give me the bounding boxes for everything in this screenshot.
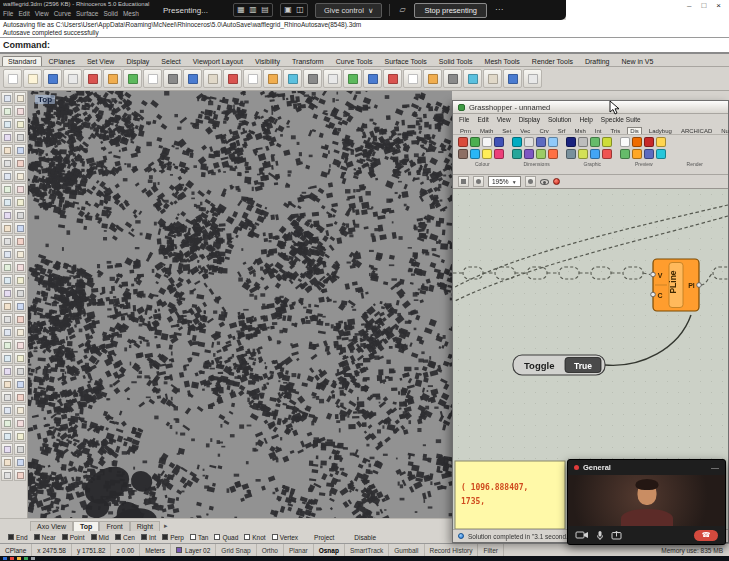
toolbar-icon[interactable] [203,69,222,88]
osnap-checkbox-quad[interactable] [214,534,220,540]
sidebar-tool-icon[interactable] [1,378,13,390]
menu-mesh[interactable]: Mesh [123,10,139,17]
gh-menu-edit[interactable]: Edit [477,116,488,123]
toolbar-tab-solid-tools[interactable]: Solid Tools [433,56,479,66]
toolbar-tab-cplanes[interactable]: CPlanes [42,56,80,66]
component-icon[interactable] [578,137,588,147]
component-icon[interactable] [536,137,546,147]
gh-tab-ladybug[interactable]: Ladybug [647,128,674,134]
status-toggle-ortho[interactable]: Ortho [257,544,284,556]
component-icon[interactable] [620,149,630,159]
sidebar-tool-icon[interactable] [14,235,26,247]
toolbar-icon[interactable] [223,69,242,88]
sidebar-tool-icon[interactable] [14,248,26,260]
component-icon[interactable] [548,137,558,147]
component-icon[interactable] [578,149,588,159]
osnap-checkbox-perp[interactable] [162,534,168,540]
sidebar-tool-icon[interactable] [1,469,13,481]
more-options-icon[interactable]: ⋯ [494,5,504,15]
teams-call-window[interactable]: General — ☎ [567,459,726,545]
viewport-tab-front[interactable]: Front [99,521,129,531]
sidebar-tool-icon[interactable] [14,261,26,273]
sidebar-tool-icon[interactable] [1,105,13,117]
layout-columns-icon[interactable]: ▥ [248,5,258,15]
toolbar-icon[interactable] [83,69,102,88]
cplane-button[interactable]: CPlane [0,544,32,556]
taskbar-app-icon[interactable] [10,557,14,560]
status-toggle-smarttrack[interactable]: SmartTrack [345,544,389,556]
osnap-disable-button[interactable]: Disable [350,534,380,541]
sidebar-tool-icon[interactable] [14,352,26,364]
viewport-tab-axo-view[interactable]: Axo View [30,521,73,531]
component-icon[interactable] [644,137,654,147]
component-icon[interactable] [644,149,654,159]
camera-layout-icon[interactable]: ▣ [283,5,293,15]
toolbar-icon[interactable] [383,69,402,88]
sidebar-tool-icon[interactable] [14,443,26,455]
viewport-top[interactable]: Top [28,91,452,518]
toolbar-icon[interactable] [403,69,422,88]
sidebar-tool-icon[interactable] [14,313,26,325]
sidebar-tool-icon[interactable] [1,157,13,169]
osnap-int[interactable]: Int [141,534,156,541]
osnap-checkbox-near[interactable] [34,534,40,540]
sidebar-tool-icon[interactable] [14,378,26,390]
minimize-button[interactable]: – [687,2,691,10]
camera-toggle-button[interactable] [575,530,589,540]
menu-curve[interactable]: Curve [54,10,71,17]
component-icon[interactable] [548,149,558,159]
menu-view[interactable]: View [35,10,49,17]
gh-tab-nursery[interactable]: Nursery [719,128,729,134]
sidebar-tool-icon[interactable] [1,417,13,429]
sidebar-tool-icon[interactable] [14,339,26,351]
toolbar-icon[interactable] [363,69,382,88]
sidebar-tool-icon[interactable] [14,287,26,299]
give-control-button[interactable]: Give control ∨ [315,3,383,18]
gh-tab-dis[interactable]: Dis [627,127,642,134]
toolbar-icon[interactable] [23,69,42,88]
render-preview-icon[interactable] [553,178,560,185]
sidebar-tool-icon[interactable] [1,222,13,234]
sidebar-tool-icon[interactable] [1,365,13,377]
gh-tab-tris[interactable]: Tris [608,128,622,134]
component-icon[interactable] [458,137,468,147]
sidebar-tool-icon[interactable] [14,300,26,312]
gh-tab-math[interactable]: Math [478,128,495,134]
sidebar-tool-icon[interactable] [14,118,26,130]
sidebar-tool-icon[interactable] [1,300,13,312]
component-icon[interactable] [470,137,480,147]
toolbar-icon[interactable] [3,69,22,88]
sidebar-tool-icon[interactable] [1,274,13,286]
component-icon[interactable] [494,149,504,159]
sidebar-tool-icon[interactable] [14,92,26,104]
toolbar-icon[interactable] [463,69,482,88]
canvas-pan-tool[interactable] [473,176,484,187]
osnap-checkbox-end[interactable] [8,534,14,540]
sidebar-tool-icon[interactable] [14,274,26,286]
toolbar-tab-render-tools[interactable]: Render Tools [526,56,579,66]
component-icon[interactable] [566,137,576,147]
pin-icon[interactable]: ▱ [397,5,407,15]
taskbar-app-icon[interactable] [3,557,7,560]
stop-presenting-button[interactable]: Stop presenting [414,3,487,18]
osnap-checkbox-tan[interactable] [190,534,196,540]
toolbar-icon[interactable] [103,69,122,88]
toolbar-tab-drafting[interactable]: Drafting [579,56,616,66]
toolbar-icon[interactable] [123,69,142,88]
sidebar-tool-icon[interactable] [14,209,26,221]
sidebar-tool-icon[interactable] [1,339,13,351]
osnap-knot[interactable]: Knot [244,534,265,541]
toolbar-tab-surface-tools[interactable]: Surface Tools [379,56,433,66]
sidebar-tool-icon[interactable] [1,456,13,468]
osnap-tan[interactable]: Tan [190,534,208,541]
osnap-vertex[interactable]: Vertex [272,534,298,541]
zoom-level-select[interactable]: 195% ▼ [488,176,521,187]
toolbar-tab-select[interactable]: Select [155,56,186,66]
viewport-tab-top[interactable]: Top [73,521,99,531]
grasshopper-titlebar[interactable]: Grasshopper - unnamed [453,101,728,114]
maximize-button[interactable]: □ [701,2,706,10]
toolbar-tab-visibility[interactable]: Visibility [249,56,286,66]
sidebar-tool-icon[interactable] [1,131,13,143]
call-minimize-button[interactable]: — [711,465,719,471]
toolbar-icon[interactable] [443,69,462,88]
